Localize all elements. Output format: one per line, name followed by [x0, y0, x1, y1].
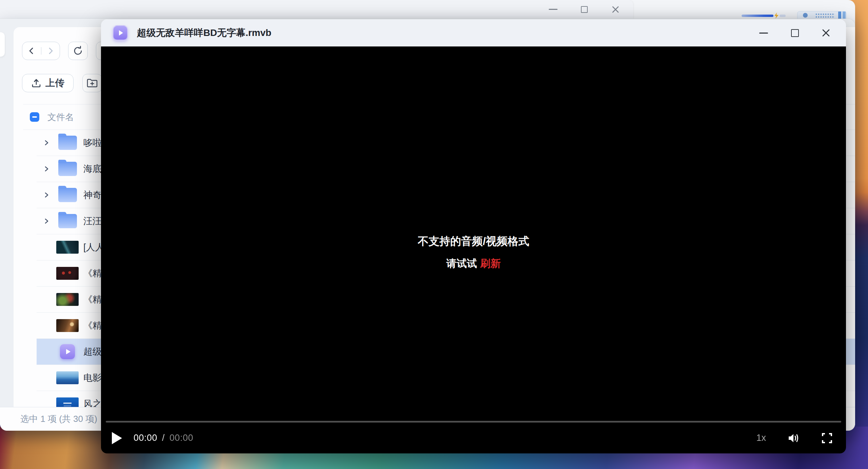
playback-speed-button[interactable]: 1x: [756, 433, 766, 443]
column-header-filename[interactable]: 文件名: [47, 111, 74, 123]
upload-button[interactable]: 上传: [22, 74, 74, 92]
player-close-button[interactable]: [820, 27, 832, 39]
new-folder-icon: [86, 78, 98, 88]
volume-icon: [788, 433, 800, 444]
background-window-titlebar[interactable]: [0, 0, 633, 19]
select-all-checkbox[interactable]: [30, 112, 39, 122]
video-thumbnail: [56, 319, 79, 332]
video-play-icon: [60, 344, 75, 359]
volume-button[interactable]: [788, 433, 800, 444]
expand-chevron-icon[interactable]: [41, 166, 52, 172]
close-icon: [822, 28, 830, 37]
fullscreen-icon: [822, 433, 832, 444]
video-player-window: 超级无敌羊咩咩BD无字幕.rmvb 不支持的音频/视频格式 请试试刷新 00:0…: [101, 19, 846, 453]
minimize-icon: [759, 33, 768, 34]
window-minimize-button[interactable]: [548, 5, 558, 14]
expand-chevron-icon[interactable]: [41, 192, 52, 198]
video-thumbnail: [56, 371, 79, 384]
expand-chevron-icon[interactable]: [41, 218, 52, 224]
chevron-right-icon: [47, 47, 54, 55]
upload-icon: [31, 78, 41, 88]
selection-status: 选中 1 项 (共 30 项): [20, 413, 97, 425]
fullscreen-button[interactable]: [822, 433, 832, 444]
device-drive-bays: [838, 12, 846, 19]
maximize-icon: [581, 6, 588, 13]
folder-icon: [58, 136, 77, 150]
nav-button-group: [22, 42, 60, 60]
time-display: 00:00 / 00:00: [134, 433, 193, 443]
minimize-icon: [549, 9, 558, 10]
error-message: 不支持的音频/视频格式: [101, 234, 846, 249]
play-icon: [112, 432, 122, 444]
error-hint: 请试试刷新: [101, 257, 846, 271]
forward-button[interactable]: [41, 47, 60, 55]
refresh-icon: [73, 46, 83, 56]
upload-label: 上传: [45, 77, 64, 90]
indeterminate-icon: [32, 116, 37, 118]
player-control-bar: 00:00 / 00:00 1x: [101, 423, 846, 453]
error-hint-prefix: 请试试: [446, 258, 477, 269]
window-maximize-button[interactable]: [580, 5, 589, 14]
video-area[interactable]: 不支持的音频/视频格式 请试试刷新 00:00 / 00:00 1x: [101, 46, 846, 453]
device-vent-dots: [815, 13, 835, 18]
video-player-icon: [113, 25, 128, 40]
progress-bar-remainder: [780, 15, 786, 17]
action-toolbar: 上传: [22, 74, 102, 92]
window-close-button[interactable]: [611, 5, 620, 14]
player-title: 超级无敌羊咩咩BD无字幕.rmvb: [137, 26, 271, 39]
status-widget-progress: [742, 14, 786, 18]
player-maximize-button[interactable]: [789, 27, 801, 39]
folder-icon: [58, 214, 77, 228]
close-icon: [611, 5, 620, 14]
status-widget-device: [797, 11, 847, 19]
video-thumbnail: [56, 241, 79, 254]
progress-bar: [742, 15, 773, 17]
chevron-left-icon: [28, 47, 35, 55]
device-indicator-dot: [803, 13, 808, 18]
back-button[interactable]: [22, 47, 41, 55]
maximize-icon: [791, 29, 799, 37]
refresh-button[interactable]: [68, 42, 88, 60]
refresh-link[interactable]: 刷新: [480, 258, 501, 269]
new-folder-button[interactable]: [82, 74, 102, 92]
expand-chevron-icon[interactable]: [41, 140, 52, 146]
video-thumbnail: [56, 267, 79, 280]
video-thumbnail: [56, 397, 79, 407]
player-minimize-button[interactable]: [758, 27, 769, 39]
sidebar-edge-handle[interactable]: [0, 32, 5, 57]
lightning-icon: [774, 13, 779, 19]
folder-icon: [58, 188, 77, 202]
video-thumbnail: [56, 293, 79, 306]
play-button[interactable]: [109, 430, 125, 446]
folder-icon: [58, 162, 77, 176]
player-titlebar[interactable]: 超级无敌羊咩咩BD无字幕.rmvb: [101, 19, 846, 46]
